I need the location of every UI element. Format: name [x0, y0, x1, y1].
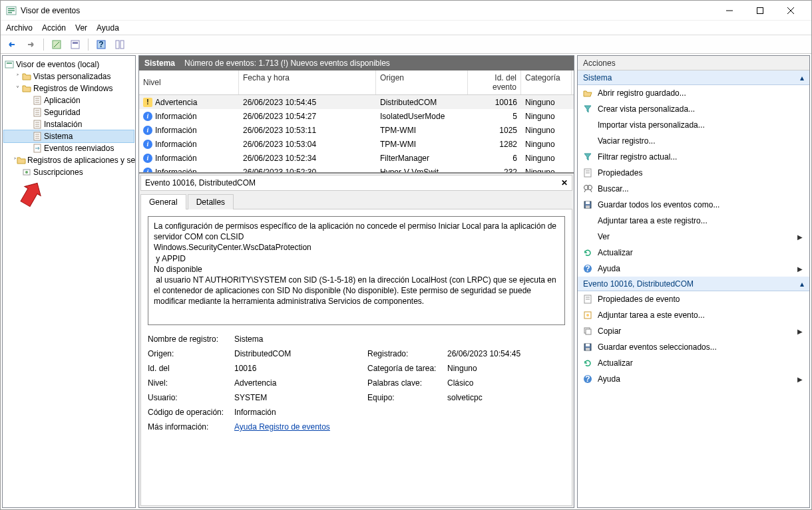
action-item[interactable]: ?Ayuda▶ — [578, 371, 809, 387]
tree-root[interactable]: Visor de eventos (local) — [4, 59, 134, 70]
action-item[interactable]: Abrir registro guardado... — [578, 85, 809, 101]
refresh-icon — [582, 358, 594, 368]
menu-action[interactable]: Acción — [42, 23, 66, 33]
action-item[interactable]: Ver▶ — [578, 229, 809, 245]
svg-rect-15 — [5, 61, 13, 68]
actions-section-sistema[interactable]: Sistema ▴ — [578, 70, 809, 85]
back-button[interactable] — [5, 38, 19, 51]
cell-level: Advertencia — [155, 98, 197, 107]
cell-source: IsolatedUserMode — [376, 112, 468, 121]
cell-id: 6 — [468, 154, 521, 163]
col-source[interactable]: Origen — [376, 70, 468, 94]
event-row[interactable]: Información26/06/2023 10:52:30Hyper-V-Vm… — [139, 165, 574, 172]
tree-item-label: Vistas personalizadas — [33, 72, 111, 81]
close-button[interactable] — [775, 1, 806, 21]
tree-root-label: Visor de eventos (local) — [16, 60, 99, 69]
svg-text:?: ? — [585, 374, 590, 384]
action-label: Importar vista personalizada... — [598, 120, 803, 130]
svg-rect-16 — [7, 63, 12, 64]
tool-btn-2[interactable] — [68, 38, 83, 51]
event-row[interactable]: Información26/06/2023 10:53:04TPM-WMI128… — [139, 137, 574, 151]
menu-help[interactable]: Ayuda — [97, 23, 119, 33]
action-label: Actualizar — [598, 358, 803, 368]
col-id[interactable]: Id. del evento — [468, 70, 521, 94]
event-grid[interactable]: Nivel Fecha y hora Origen Id. del evento… — [139, 70, 574, 173]
actions-title: Acciones — [578, 56, 809, 70]
event-row[interactable]: Información26/06/2023 10:54:27IsolatedUs… — [139, 109, 574, 123]
action-item[interactable]: Crear vista personalizada... — [578, 101, 809, 117]
event-description[interactable]: La configuración de permisos específico … — [148, 216, 565, 325]
action-item[interactable]: Actualizar — [578, 245, 809, 261]
forward-button[interactable] — [23, 38, 38, 51]
cell-level: Información — [155, 126, 197, 135]
tree-item[interactable]: ˃Registros de aplicaciones y servicios — [4, 154, 134, 166]
tree-item[interactable]: Eventos reenviados — [4, 142, 134, 154]
actions-panel: Acciones Sistema ▴ Abrir registro guarda… — [577, 55, 810, 508]
info-icon — [143, 168, 152, 173]
action-item[interactable]: Buscar... — [578, 181, 809, 197]
cell-source: Hyper-V-VmSwit... — [376, 168, 468, 173]
collapse-icon: ▴ — [800, 279, 804, 289]
action-item[interactable]: Vaciar registro... — [578, 133, 809, 149]
action-item[interactable]: Importar vista personalizada... — [578, 117, 809, 133]
svg-rect-14 — [120, 41, 124, 49]
tree-item[interactable]: Suscripciones — [4, 166, 134, 178]
prop-value: SYSTEM — [234, 393, 367, 402]
tree-item[interactable]: ˃Vistas personalizadas — [4, 70, 134, 82]
tree-item[interactable]: ˅Registros de Windows — [4, 82, 134, 94]
tree-panel[interactable]: Visor de eventos (local) ˃Vistas persona… — [2, 55, 136, 508]
tree-toggle-icon[interactable]: ˃ — [13, 73, 21, 80]
tree-item[interactable]: Aplicación — [4, 94, 134, 106]
event-row[interactable]: Información26/06/2023 10:52:34FilterMana… — [139, 151, 574, 165]
tab-general[interactable]: General — [140, 194, 186, 209]
action-item[interactable]: Guardar todos los eventos como... — [578, 197, 809, 213]
folder-icon — [17, 155, 26, 166]
col-level[interactable]: Nivel — [139, 70, 239, 94]
action-label: Propiedades de evento — [598, 295, 803, 304]
tree-item[interactable]: Seguridad — [4, 106, 134, 118]
detail-close-icon[interactable]: ✕ — [561, 178, 568, 188]
cell-id: 5 — [468, 112, 521, 121]
event-row[interactable]: Información26/06/2023 10:53:11TPM-WMI102… — [139, 123, 574, 137]
info-icon — [143, 154, 152, 163]
cell-source: TPM-WMI — [376, 126, 468, 135]
action-item[interactable]: Actualizar — [578, 355, 809, 371]
tree-item[interactable]: Sistema — [4, 130, 134, 142]
action-item[interactable]: Guardar eventos seleccionados... — [578, 339, 809, 355]
col-category[interactable]: Categoría — [521, 70, 572, 94]
action-item[interactable]: Filtrar registro actual... — [578, 149, 809, 165]
tree-item[interactable]: Instalación — [4, 118, 134, 130]
tab-details[interactable]: Detalles — [188, 194, 234, 209]
help-button[interactable]: ? — [94, 38, 108, 51]
col-date[interactable]: Fecha y hora — [239, 70, 376, 94]
tree-toggle-icon[interactable]: ˅ — [13, 85, 21, 92]
action-item[interactable]: Adjuntar tarea a este registro... — [578, 213, 809, 229]
action-item[interactable]: Copiar▶ — [578, 323, 809, 339]
menu-file[interactable]: Archivo — [6, 23, 33, 33]
menu-view[interactable]: Ver — [75, 23, 87, 33]
maximize-button[interactable] — [745, 1, 775, 21]
action-item[interactable]: Propiedades de evento — [578, 291, 809, 307]
submenu-arrow-icon: ▶ — [797, 376, 803, 383]
svg-rect-1 — [8, 8, 15, 9]
props-icon — [582, 294, 594, 305]
grid-header[interactable]: Nivel Fecha y hora Origen Id. del evento… — [139, 70, 574, 95]
info-icon — [143, 140, 152, 149]
minimize-button[interactable] — [714, 1, 745, 21]
action-item[interactable]: Adjuntar tarea a este evento... — [578, 307, 809, 323]
action-item[interactable]: Propiedades — [578, 165, 809, 181]
tool-btn-1[interactable] — [49, 38, 64, 51]
cell-level: Información — [155, 112, 197, 121]
tool-btn-3[interactable] — [112, 38, 127, 51]
cell-level: Información — [155, 140, 197, 149]
action-item[interactable]: ?Ayuda▶ — [578, 261, 809, 277]
svg-rect-5 — [757, 7, 763, 13]
cell-source: FilterManager — [376, 154, 468, 163]
action-label: Ver — [598, 232, 793, 241]
submenu-arrow-icon: ▶ — [797, 233, 803, 241]
grid-body[interactable]: Advertencia26/06/2023 10:54:45Distribute… — [139, 95, 574, 172]
prop-label: Origen: — [148, 349, 234, 358]
event-row[interactable]: Advertencia26/06/2023 10:54:45Distribute… — [139, 95, 574, 109]
help-link[interactable]: Ayuda Registro de eventos — [234, 422, 367, 432]
actions-section-event[interactable]: Evento 10016, DistributedCOM ▴ — [578, 277, 809, 291]
